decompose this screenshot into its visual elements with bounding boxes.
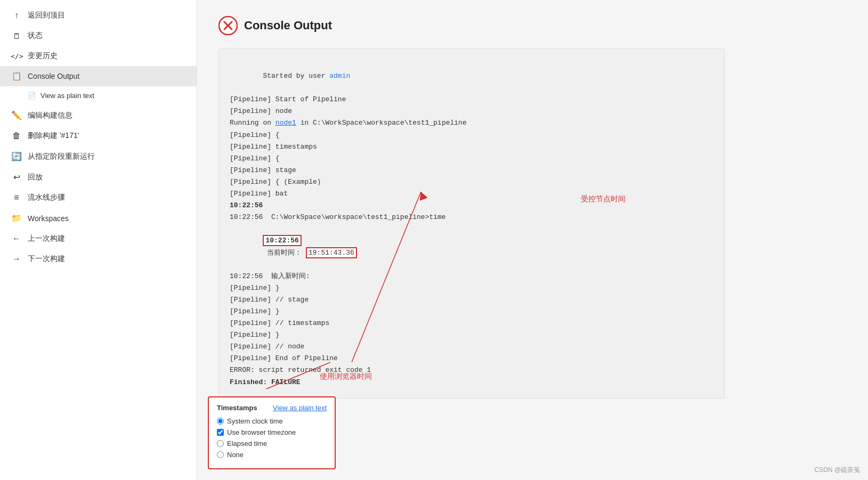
main-content: Console Output Started by user admin [Pi… [197, 0, 868, 480]
console-line-13: [Pipeline] } [230, 329, 713, 341]
console-line-14: [Pipeline] // node [230, 341, 713, 353]
page-header: Console Output [218, 16, 847, 35]
radio-none[interactable]: None [217, 451, 327, 459]
console-line-1: [Pipeline] Start of Pipeline [230, 94, 713, 105]
timestamps-header: Timestamps View as plain text [217, 404, 327, 412]
left-arrow-icon: ← [11, 234, 22, 243]
console-line-end: [Pipeline] End of Pipeline [230, 353, 713, 364]
right-arrow-icon: → [11, 254, 22, 264]
sidebar: ↑ 返回到顶目 🗒 状态 </> 变更历史 📋 Console Output 📄… [0, 0, 197, 480]
sidebar-item-workspaces[interactable]: 📁 Workspaces [0, 208, 197, 229]
sidebar-item-change-history[interactable]: </> 变更历史 [0, 46, 197, 66]
console-line-10: [Pipeline] // stage [230, 294, 713, 306]
sidebar-item-console-output[interactable]: 📋 Console Output [0, 66, 197, 86]
radio-system-clock[interactable]: System clock time [217, 417, 327, 425]
radio-elapsed-time[interactable]: Elapsed time [217, 440, 327, 448]
node1-link[interactable]: node1 [275, 119, 296, 127]
console-line-2: [Pipeline] node [230, 105, 713, 117]
sidebar-item-next-build[interactable]: → 下一次构建 [0, 249, 197, 269]
steps-icon: ≡ [11, 193, 22, 202]
error-circle-icon [218, 16, 238, 35]
edit-icon: ✏️ [11, 110, 22, 120]
sidebar-item-pipeline-steps[interactable]: ≡ 流水线步骤 [0, 188, 197, 208]
view-plain-text-link[interactable]: View as plain text [273, 404, 327, 412]
console-line-11: [Pipeline] } [230, 306, 713, 318]
console-line-finished: Finished: FAILURE [230, 377, 713, 388]
sidebar-item-delete-build[interactable]: 🗑 删除构建 '#171' [0, 126, 197, 146]
console-line-5: [Pipeline] { [230, 153, 713, 165]
code-icon: </> [11, 52, 22, 60]
folder-icon: 📁 [11, 213, 22, 223]
radio-elapsed-time-input[interactable] [217, 440, 224, 447]
checkbox-browser-timezone-input[interactable] [217, 429, 224, 436]
console-line-12: [Pipeline] // timestamps [230, 318, 713, 329]
trash-icon: 🗑 [11, 131, 22, 141]
sidebar-item-back-to-top[interactable]: ↑ 返回到顶目 [0, 5, 197, 26]
console-line-6: [Pipeline] stage [230, 165, 713, 176]
timestamps-panel: Timestamps View as plain text System clo… [208, 396, 336, 469]
console-line-3: [Pipeline] { [230, 129, 713, 141]
sidebar-item-status[interactable]: 🗒 状态 [0, 26, 197, 46]
sidebar-item-edit-build-info[interactable]: ✏️ 编辑构建信息 [0, 105, 197, 126]
refresh-icon: 🔄 [11, 151, 22, 161]
console-line-input: 10:22:56 输入新时间: [230, 271, 713, 282]
document-icon: 📄 [28, 92, 36, 100]
console-line-8: [Pipeline] bat [230, 188, 713, 200]
console-line-time1: 10:22:56 [230, 200, 713, 211]
console-line-time-highlight: 10:22:56 当前时间： 19:51:43.36 [230, 223, 713, 270]
sidebar-item-replay[interactable]: ↩ 回放 [0, 167, 197, 188]
timestamp-highlight: 10:22:56 [263, 235, 301, 246]
checkbox-browser-timezone[interactable]: Use browser timezone [217, 428, 327, 436]
sidebar-subitem-view-plain-text[interactable]: 📄 View as plain text [0, 86, 197, 105]
console-line-7: [Pipeline] { (Example) [230, 176, 713, 188]
radio-none-input[interactable] [217, 451, 224, 458]
page-title: Console Output [244, 19, 332, 32]
console-icon: 📋 [11, 71, 22, 81]
console-line-running: Running on node1 in C:\WorkSpace\workspa… [230, 117, 713, 129]
console-output-box: Started by user admin [Pipeline] Start o… [218, 48, 725, 398]
sidebar-item-restart-stage[interactable]: 🔄 从指定阶段重新运行 [0, 146, 197, 167]
time-value-highlight: 19:51:43.36 [306, 247, 357, 258]
watermark: CSDN @硫茶菟 [814, 466, 860, 475]
radio-system-clock-input[interactable] [217, 418, 224, 425]
console-line-error: ERROR: script returned exit code 1 [230, 364, 713, 376]
console-line-time2: 10:22:56 C:\WorkSpace\workspace\test1_pi… [230, 211, 713, 223]
sidebar-item-prev-build[interactable]: ← 上一次构建 [0, 229, 197, 249]
console-line-4: [Pipeline] timestamps [230, 141, 713, 153]
replay-icon: ↩ [11, 172, 22, 182]
admin-link[interactable]: admin [329, 72, 350, 80]
console-line-9: [Pipeline] } [230, 282, 713, 294]
status-icon: 🗒 [11, 31, 22, 40]
console-line-started: Started by user admin [230, 59, 713, 94]
up-arrow-icon: ↑ [11, 11, 22, 20]
